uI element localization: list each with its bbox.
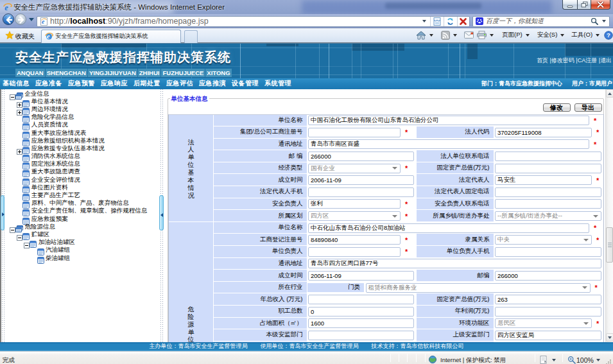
tree-item[interactable]: 加油站油罐区 [5,239,158,247]
collapse-toggle-icon[interactable] [10,224,15,230]
address-dropdown-button[interactable] [419,17,430,26]
tree-item[interactable]: 应急救援专业队伍基本情况 [5,144,158,152]
tree-item[interactable]: 固定泡沫系统信息 [5,160,158,168]
form-select[interactable]: 租赁和商务服务业 [366,283,591,293]
tree-item[interactable]: 企业信息 [5,90,158,98]
expand-toggle-icon[interactable] [17,107,22,112]
tree-item[interactable]: 单位图片资料 [5,184,158,191]
form-input[interactable] [495,295,601,304]
menu-item[interactable]: 应急响应 [101,79,128,88]
back-button[interactable] [3,13,14,25]
form-input[interactable] [495,175,592,185]
menu-item[interactable]: 后期处置 [134,79,160,88]
banner-link-4[interactable]: 退出 [600,57,612,64]
feeds-dropdown-icon[interactable] [453,34,457,37]
tree-item[interactable]: 重大事故应急情况表 [5,129,158,137]
new-tab-button[interactable] [184,30,198,43]
form-select[interactable]: 居民区 [495,318,592,328]
safety-menu[interactable]: 安全(S) [536,31,567,39]
minimize-button[interactable] [562,0,577,10]
form-input[interactable] [308,259,601,268]
scrollbar-thumb[interactable] [606,227,613,263]
form-input[interactable] [308,187,414,197]
print-dropdown-icon[interactable] [490,34,494,37]
form-input[interactable] [308,116,589,125]
scroll-up-button[interactable] [606,89,613,98]
read-mail-button[interactable] [464,31,474,39]
tree-item[interactable]: 周边环境情况 [5,105,158,113]
banner-link-2[interactable]: 修改密码 [551,57,574,64]
restore-button[interactable] [577,0,591,10]
vertical-scrollbar[interactable] [605,89,613,343]
form-input[interactable] [308,223,589,233]
form-input[interactable] [495,247,601,257]
form-input[interactable] [495,128,592,137]
tools-menu[interactable]: 工具(O) [570,31,602,39]
zoom-icon[interactable] [567,356,576,364]
form-input[interactable] [495,164,601,173]
tree-item[interactable]: 危险源信息 [5,223,158,230]
expand-panel-handle[interactable] [1,195,4,230]
collapse-panel-handle[interactable] [159,195,164,230]
form-input[interactable] [308,307,414,316]
form-input[interactable] [308,295,414,304]
favorites-star-icon[interactable] [5,31,14,42]
address-bar[interactable]: e http://localhost:90/yjzh/frame/homepag… [37,16,470,27]
help-button[interactable]: ? [604,31,613,40]
search-dropdown-icon[interactable] [602,20,606,22]
resize-grip[interactable] [605,356,612,363]
close-button[interactable] [591,0,610,10]
form-select[interactable]: 四方区 [308,211,401,221]
menu-item[interactable]: 应急预警 [68,79,95,88]
tree-item[interactable]: 单位基本情况 [5,98,158,105]
form-select[interactable]: 国有企业 [308,164,401,173]
banner-link-1[interactable]: 首页 [537,57,548,64]
form-input[interactable] [308,318,414,328]
compatibility-view-button[interactable] [431,17,444,26]
menu-item[interactable]: 应急准备 [35,79,62,88]
tree-item[interactable]: 柴油罐组 [5,254,158,262]
modify-button[interactable]: 修改 [543,103,571,112]
form-input[interactable] [308,152,414,161]
tree-item[interactable]: 贮罐区 [5,230,158,238]
form-input[interactable] [308,139,589,149]
tree-item[interactable]: 重大事故隐患调查 [5,168,158,176]
collapse-toggle-icon[interactable] [17,232,22,238]
form-input[interactable] [308,199,401,209]
home-button[interactable] [416,31,426,40]
search-placeholder[interactable]: 百度一下，你就知道 [486,17,591,26]
menu-item[interactable]: 应急推演 [199,79,226,88]
zoom-dropdown-icon[interactable] [596,359,600,361]
expand-toggle-icon[interactable] [17,146,22,152]
form-input[interactable] [308,331,414,340]
stop-button[interactable] [458,17,469,26]
url-text[interactable]: http://localhost:90/yjzh/frame/homepage.… [50,17,419,26]
form-input[interactable] [495,152,601,161]
search-box[interactable]: 百度一下，你就知道 [472,16,610,27]
collapse-toggle-icon[interactable] [24,239,30,245]
form-select[interactable]: 中央 [495,235,592,245]
page-menu[interactable]: 页面(P) [501,31,532,39]
menu-item[interactable]: 应急评估 [166,79,193,88]
tree-item[interactable]: 主要产品生产工艺 [5,191,158,199]
menu-item[interactable]: 设备管理 [232,79,259,88]
feeds-button[interactable] [441,31,450,40]
form-input[interactable] [308,271,414,281]
tree-item[interactable]: 危险化学品信息 [5,114,158,121]
form-input[interactable] [308,128,401,137]
tab-active[interactable]: e 安全生产应急救援指挥辅助决策系统 [41,30,181,43]
collapse-toggle-icon[interactable] [10,91,15,97]
tree-item[interactable]: 应急救援预案 [5,215,158,223]
favorites-button[interactable]: 收藏夹 [15,32,35,41]
menu-item[interactable]: 基础信息 [3,79,30,88]
form-input[interactable] [308,235,401,245]
print-button[interactable] [477,31,487,39]
form-select[interactable]: --所属乡镇/街道办事处-- [495,211,601,221]
form-input[interactable] [308,175,414,185]
refresh-button[interactable] [444,17,457,26]
history-dropdown-icon[interactable] [29,18,34,21]
zoom-level[interactable]: 100% [576,356,594,364]
form-input[interactable] [308,247,401,257]
home-dropdown-icon[interactable] [429,34,433,37]
tree-item[interactable]: 企业安全评价情况 [5,176,158,184]
